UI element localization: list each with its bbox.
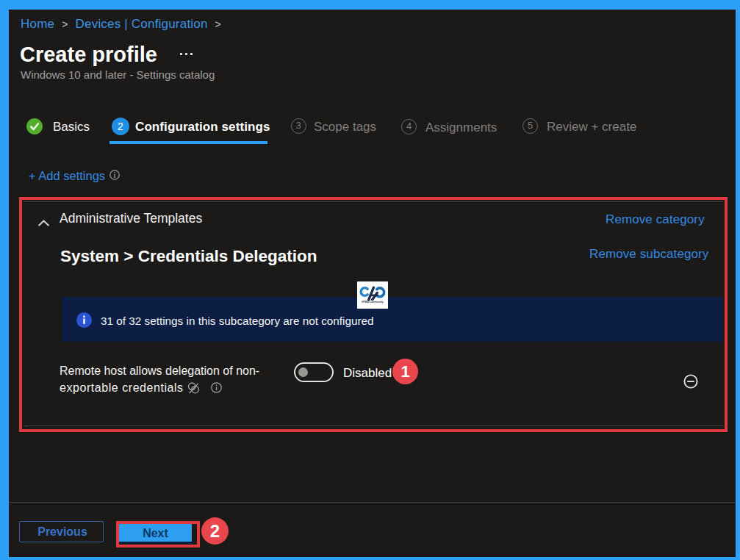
svg-text:HTMD Community: HTMD Community	[362, 301, 383, 304]
